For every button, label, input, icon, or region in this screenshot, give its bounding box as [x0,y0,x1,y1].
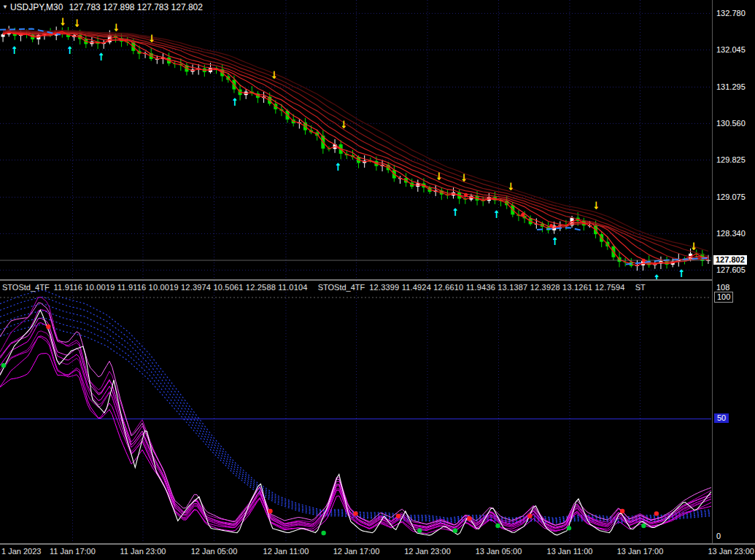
time-tick-label: 13 Jan 05:00 [476,547,522,556]
time-tick-label: 11 Jan 23:00 [120,547,166,556]
price-chart-canvas[interactable]: ↓↓↓↓↓↓↓↓↓↓↓↑↑↑↑↑↑↑↑↑↑ [0,0,711,279]
buy-arrow-icon: ↑ [232,95,238,107]
sell-arrow-icon: ↓ [60,15,66,27]
indicator-level-100-tag: 100 [714,292,733,303]
sell-arrow-icon: ↓ [691,239,697,252]
time-tick-label: 12 Jan 23:00 [404,547,451,556]
price-tick-label: 130.560 [716,119,746,128]
time-tick-label: 12 Jan 05:00 [191,547,238,556]
mt4-chart-window: ↓↓↓↓↓↓↓↓↓↓↓↑↑↑↑↑↑↑↑↑↑ ▼USDJPY,M30127.783… [0,0,755,560]
time-tick-label: 11 Jan 17:00 [50,547,96,556]
buy-arrow-icon: ↑ [67,43,73,55]
sell-arrow-icon: ↓ [113,20,119,33]
buy-arrow-icon: ↑ [335,160,341,172]
time-tick-label: 1 Jan 2023 [1,547,41,556]
price-tick-label: 129.825 [716,155,746,165]
window-marker-icon: ▼ [2,4,8,10]
time-tick-label: 13 Jan 17:00 [617,547,664,556]
symbol-period-label: USDJPY,M30 [10,2,63,12]
current-price-tag: 127.802 [713,255,747,265]
indicator-name-truncated: ST [635,283,646,292]
sell-arrow-icon: ↓ [436,169,442,182]
indicator-header: STOStd_4TF11.9116 10.0019 11.9116 10.001… [2,283,694,292]
sell-arrow-icon: ↓ [341,117,346,130]
buy-arrow-icon: ↑ [654,271,659,279]
indicator-values-1: 11.9116 10.0019 11.9116 10.0019 12.3974 … [54,283,308,292]
price-tick-label: 131.295 [716,82,746,92]
indicator-name-2: STOStd_4TF [318,283,365,292]
sell-arrow-icon: ↓ [271,68,276,80]
sell-arrow-icon: ↓ [461,171,467,183]
sell-arrow-icon: ↓ [593,198,599,211]
buy-arrow-icon: ↑ [678,266,684,279]
price-axis[interactable]: 132.780132.045131.295130.560129.825129.0… [712,0,755,543]
buy-arrow-icon: ↑ [98,50,104,62]
indicator-name-1: STOStd_4TF [2,283,50,292]
price-tick-label: 128.340 [716,229,746,238]
sell-arrow-icon: ↓ [149,31,155,44]
ohlc-values: 127.783 127.898 127.783 127.802 [69,2,203,12]
buy-arrow-icon: ↑ [452,205,458,217]
buy-arrow-icon: ↑ [12,43,18,55]
indicator-canvas[interactable] [0,281,711,543]
sell-arrow-icon: ↓ [74,16,80,28]
chart-title: ▼USDJPY,M30127.783 127.898 127.783 127.8… [2,2,203,12]
time-tick-label: 12 Jan 11:00 [263,547,309,556]
price-tick-label: 127.605 [716,265,746,275]
time-axis[interactable]: 1 Jan 202311 Jan 17:0011 Jan 23:0012 Jan… [0,545,755,560]
price-tick-label: 132.780 [716,9,746,18]
indicator-scale-min: 0 [716,532,721,541]
sell-arrow-icon: ↓ [508,179,514,192]
price-tick-label: 132.045 [716,45,746,55]
indicator-values-2: 12.3399 11.4924 12.6610 11.9436 13.1387 … [369,283,624,292]
time-tick-label: 12 Jan 17:00 [333,547,380,556]
indicator-level-50-tag: 50 [714,413,729,423]
time-tick-label: 13 Jan 23:00 [708,547,754,556]
time-tick-label: 13 Jan 11:00 [547,547,593,556]
buy-arrow-icon: ↑ [494,207,500,219]
price-tick-label: 129.075 [716,192,746,202]
buy-arrow-icon: ↑ [552,234,558,246]
